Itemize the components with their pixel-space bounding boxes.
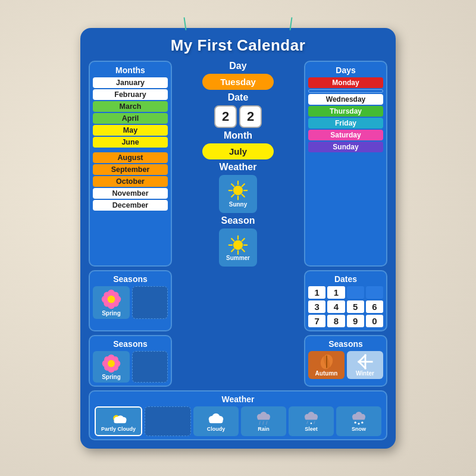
date-num-6[interactable]: 6 (366, 300, 383, 313)
svg-point-74 (358, 422, 359, 424)
string-right (289, 17, 292, 30)
season-winter-box[interactable]: Winter (347, 351, 383, 379)
seasons-left-full-title: Seasons (93, 339, 168, 349)
date-boxes: 2 2 (176, 105, 300, 128)
svg-point-9 (233, 240, 243, 250)
rain-label: Rain (258, 426, 270, 432)
weather-icon-sunny[interactable]: Sunny (219, 175, 257, 213)
date-num-9[interactable]: 9 (347, 315, 364, 327)
svg-line-61 (267, 421, 267, 424)
svg-rect-65 (305, 416, 318, 419)
center-panel: Day Tuesday Date 2 2 Month July Weather (176, 61, 300, 267)
month-november[interactable]: November (93, 188, 168, 199)
month-december[interactable]: December (93, 200, 168, 211)
svg-point-67 (311, 422, 312, 424)
date-label: Date (176, 92, 300, 103)
sleet-label: Sleet (305, 426, 318, 432)
date-digit-2[interactable]: 2 (239, 105, 262, 128)
season-empty-box2 (132, 351, 168, 383)
day-tuesday-empty (308, 89, 383, 93)
date-num-8[interactable]: 8 (327, 315, 345, 327)
svg-point-75 (361, 421, 363, 423)
season-spring-box[interactable]: Spring (93, 286, 130, 319)
sunny-label: Sunny (229, 201, 248, 208)
winter-svg (357, 353, 374, 370)
date-num-0[interactable]: 0 (366, 315, 383, 327)
month-october[interactable]: October (93, 176, 168, 187)
calendar-board: My First Calendar Months January Februar… (80, 28, 396, 449)
winter-label: Winter (356, 370, 374, 377)
snow-svg (349, 411, 369, 426)
days-title: Days (308, 65, 383, 75)
month-may[interactable]: May (93, 125, 168, 136)
sleet-svg (301, 411, 321, 426)
autumn-label: Autumn (315, 370, 338, 377)
svg-line-59 (259, 421, 260, 424)
date-num-3[interactable]: 3 (308, 300, 325, 313)
weather-tile-empty (145, 406, 191, 436)
partly-cloudy-label: Partly Cloudy (101, 426, 136, 432)
month-april[interactable]: April (93, 113, 168, 124)
svg-line-17 (231, 249, 234, 252)
svg-line-14 (231, 239, 234, 241)
days-panel: Days Monday Wednesday Thursday Friday Sa… (304, 61, 387, 267)
date-digit-1[interactable]: 2 (214, 105, 237, 128)
months-panel: Months January February March April May … (89, 61, 172, 267)
date-num-7[interactable]: 7 (308, 315, 325, 327)
date-num-4[interactable]: 4 (327, 300, 345, 313)
weather-tile-partly-cloudy[interactable]: Partly Cloudy (95, 406, 142, 436)
svg-rect-50 (114, 419, 126, 422)
seasons-left-panel: Seasons Spring (89, 270, 172, 331)
center-bottom-empty (176, 270, 300, 331)
weather-tile-rain[interactable]: Rain (241, 406, 286, 436)
svg-line-16 (242, 239, 245, 241)
day-friday[interactable]: Friday (308, 118, 383, 129)
svg-line-6 (242, 195, 245, 197)
svg-rect-58 (258, 416, 270, 419)
month-august[interactable]: August (93, 152, 168, 163)
center-seasons-spacer (176, 335, 300, 387)
svg-point-27 (108, 295, 115, 303)
day-saturday[interactable]: Saturday (308, 130, 383, 140)
calendar-title: My First Calendar (89, 36, 387, 55)
dates-title: Dates (308, 274, 383, 284)
current-month-badge[interactable]: July (202, 143, 274, 159)
date-num-5[interactable]: 5 (347, 300, 364, 313)
weather-tile-sleet[interactable]: Sleet (289, 406, 334, 436)
season-icon-summer[interactable]: Summer (219, 228, 257, 267)
season-spring-box2[interactable]: Spring (93, 351, 130, 383)
month-june[interactable]: June (93, 137, 168, 148)
date-num-2[interactable]: 1 (327, 286, 345, 299)
weather-icon-wrapper: Sunny (176, 175, 300, 213)
bottom-grid: Seasons Spring (89, 270, 387, 331)
month-march[interactable]: March (93, 101, 168, 112)
seasons-left-inner: Spring (93, 286, 168, 319)
spring-label2: Spring (102, 374, 121, 380)
seasons-full-row: Seasons Spring (89, 335, 387, 387)
day-thursday[interactable]: Thursday (308, 106, 383, 117)
weather-tile-snow[interactable]: Snow (336, 406, 381, 436)
current-day-badge[interactable]: Tuesday (202, 74, 274, 90)
autumn-svg (318, 353, 335, 370)
months-title: Months (93, 65, 168, 75)
date-num-empty2 (366, 286, 383, 299)
day-sunday[interactable]: Sunday (308, 142, 383, 152)
month-january[interactable]: January (93, 77, 168, 88)
weather-tile-cloudy[interactable]: Cloudy (193, 406, 239, 436)
month-february[interactable]: February (93, 89, 168, 100)
day-monday[interactable]: Monday (308, 77, 383, 88)
summer-svg (227, 233, 249, 255)
svg-point-0 (233, 186, 243, 195)
weather-row-title: Weather (95, 394, 381, 404)
svg-line-60 (263, 421, 264, 424)
date-num-1[interactable]: 1 (308, 286, 325, 299)
season-empty-box (132, 286, 168, 319)
sunny-svg (227, 180, 249, 201)
svg-line-5 (231, 184, 234, 186)
day-label: Day (176, 61, 300, 71)
season-autumn-box[interactable]: Autumn (308, 351, 345, 379)
month-september[interactable]: September (93, 164, 168, 175)
day-wednesday[interactable]: Wednesday (308, 94, 383, 105)
cloudy-label: Cloudy (207, 426, 226, 432)
dates-grid: 1 1 3 4 5 6 7 8 9 0 (308, 286, 383, 327)
